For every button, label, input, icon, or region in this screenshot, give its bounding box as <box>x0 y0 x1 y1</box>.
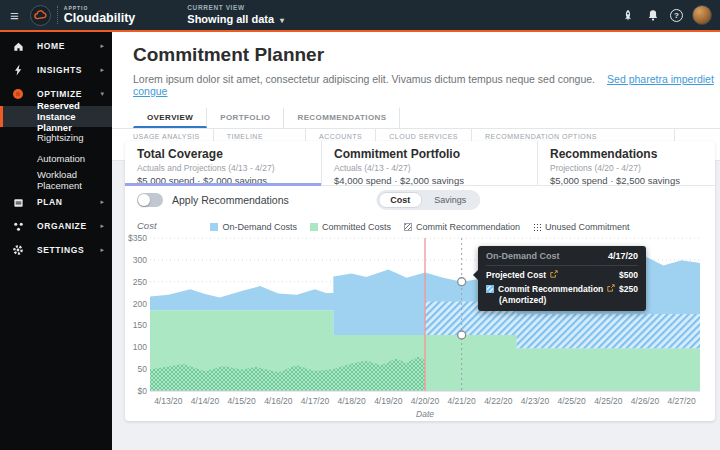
svg-text:4/19/20: 4/19/20 <box>374 396 403 406</box>
tooltip-row-sublabel: (Amortized) <box>486 295 638 305</box>
chevron-right-icon: ▸ <box>100 198 104 206</box>
sidebar-item-insights[interactable]: INSIGHTS ▸ <box>0 58 112 82</box>
page-header: Commitment Planner Lorem ipsum dolor sit… <box>112 32 720 128</box>
chevron-right-icon: ▸ <box>100 42 104 50</box>
chevron-down-icon: ▾ <box>100 90 104 98</box>
sidebar-item-organize[interactable]: ORGANIZE ▸ <box>0 214 112 238</box>
hover-handle <box>458 331 466 339</box>
tooltip-row-label: Commit Recommendation <box>498 284 603 294</box>
sidebar-item-automation[interactable]: Automation <box>0 148 112 169</box>
legend-item[interactable]: Committed Costs <box>310 222 391 232</box>
hover-handle <box>458 278 466 286</box>
cloudability-logo <box>30 5 51 26</box>
help-icon[interactable]: ? <box>670 9 683 22</box>
legend-item[interactable]: On-Demand Costs <box>210 222 297 232</box>
card-total-coverage[interactable]: Total Coverage Actuals and Projections (… <box>125 141 322 185</box>
chevron-down-icon: ▾ <box>280 16 284 25</box>
apply-recommendations-toggle[interactable] <box>137 193 163 207</box>
top-bar: ≡ APPTIO Cloudability CURRENT VIEW Showi… <box>0 0 720 30</box>
svg-text:150: 150 <box>133 320 147 330</box>
cost-view-button[interactable]: Cost <box>378 192 422 208</box>
chart-legend: On-Demand CostsCommitted CostsCommit Rec… <box>210 222 629 232</box>
svg-text:4/15/20: 4/15/20 <box>227 396 256 406</box>
tooltip-row-value: $500 <box>619 270 638 280</box>
chart-area: $35030025020015010050$04/13/204/14/204/1… <box>125 233 715 421</box>
svg-text:4/16/20: 4/16/20 <box>264 396 293 406</box>
optimize-icon <box>12 88 24 100</box>
tab-recommendations[interactable]: RECOMMENDATIONS <box>284 107 400 128</box>
current-view-dropdown[interactable]: CURRENT VIEW Showing all data▾ <box>187 5 284 25</box>
svg-text:4/14/20: 4/14/20 <box>191 396 220 406</box>
sidebar-item-optimize[interactable]: OPTIMIZE ▾ <box>0 82 112 106</box>
gear-icon <box>12 244 24 256</box>
external-link-icon[interactable] <box>607 284 615 294</box>
legend-item[interactable]: Commit Recommendation <box>404 222 520 232</box>
apply-recommendations-label: Apply Recommendations <box>172 194 289 206</box>
solid-green-swatch-icon <box>310 223 318 231</box>
svg-text:50: 50 <box>138 364 148 374</box>
svg-text:4/18/20: 4/18/20 <box>337 396 366 406</box>
tooltip-title: On-Demand Cost <box>486 251 560 261</box>
cloud-icon <box>34 6 47 24</box>
legend-item[interactable]: Unused Commitment <box>533 222 630 232</box>
savings-view-button[interactable]: Savings <box>422 192 478 208</box>
svg-text:4/17/20: 4/17/20 <box>301 396 330 406</box>
hamburger-icon[interactable]: ≡ <box>10 8 19 23</box>
solid-blue-swatch-icon <box>210 223 218 231</box>
tab-overview[interactable]: OVERVIEW <box>133 107 207 128</box>
y-axis-title: Cost <box>137 220 157 231</box>
sidebar-item-plan[interactable]: PLAN ▸ <box>0 190 112 214</box>
page-title: Commitment Planner <box>133 44 720 66</box>
tab-portfolio[interactable]: PORTFOLIO <box>207 107 284 128</box>
current-view-value: Showing all data▾ <box>187 14 284 25</box>
rocket-icon[interactable] <box>620 7 636 23</box>
sidebar: HOME ▸ INSIGHTS ▸ OPTIMIZE ▾ Reserved In… <box>0 32 112 450</box>
sidebar-item-home[interactable]: HOME ▸ <box>0 34 112 58</box>
dots-swatch-icon <box>533 223 541 231</box>
chevron-right-icon: ▸ <box>100 222 104 230</box>
svg-text:100: 100 <box>133 342 147 352</box>
tabs: OVERVIEW PORTFOLIO RECOMMENDATIONS <box>133 107 720 128</box>
hatch-swatch-icon <box>486 285 494 293</box>
tooltip-row-value: $250 <box>619 284 638 294</box>
tooltip-row-label: Projected Cost <box>486 270 546 280</box>
card-recommendations[interactable]: Recommendations Projections (4/20 - 4/27… <box>538 141 715 185</box>
avatar[interactable] <box>692 5 712 25</box>
cost-savings-segmented-control: Cost Savings <box>376 190 480 210</box>
bell-icon[interactable] <box>645 7 661 23</box>
sidebar-item-reserved-instance-planner[interactable]: Reserved Instance Planner <box>0 106 112 127</box>
chart-controls: Apply Recommendations Cost Savings <box>125 186 715 214</box>
svg-text:4/21/20: 4/21/20 <box>447 396 476 406</box>
current-view-label: CURRENT VIEW <box>187 5 284 12</box>
sidebar-item-workload-placement[interactable]: Workload Placement <box>0 169 112 190</box>
brand: APPTIO Cloudability <box>64 6 136 25</box>
external-link-icon[interactable] <box>550 270 558 280</box>
svg-text:$350: $350 <box>128 233 147 243</box>
chevron-right-icon: ▸ <box>100 66 104 74</box>
svg-text:4/25/20: 4/25/20 <box>557 396 586 406</box>
svg-text:300: 300 <box>133 255 147 265</box>
svg-text:4/27/20: 4/27/20 <box>667 396 696 406</box>
card-commitment-portfolio[interactable]: Commitment Portfolio Actuals (4/13 - 4/2… <box>322 141 538 185</box>
hatch-swatch-icon <box>404 223 412 231</box>
summary-cards: Total Coverage Actuals and Projections (… <box>125 141 715 186</box>
lightning-icon <box>12 64 24 76</box>
svg-text:4/25/20: 4/25/20 <box>594 396 623 406</box>
svg-text:4/23/20: 4/23/20 <box>521 396 550 406</box>
page-subtitle: Lorem ipsum dolor sit amet, consectetur … <box>133 73 595 85</box>
sidebar-item-settings[interactable]: SETTINGS ▸ <box>0 238 112 262</box>
logo-divider <box>57 6 58 24</box>
svg-text:4/20/20: 4/20/20 <box>411 396 440 406</box>
main-content: Commitment Planner Lorem ipsum dolor sit… <box>112 32 720 450</box>
brand-apptio: APPTIO <box>64 6 136 11</box>
overview-panel: Total Coverage Actuals and Projections (… <box>125 141 715 421</box>
tooltip-arrow <box>473 270 478 280</box>
svg-text:200: 200 <box>133 299 147 309</box>
svg-text:4/13/20: 4/13/20 <box>154 396 183 406</box>
chart-tooltip: On-Demand Cost 4/17/20 Projected Cost $5… <box>478 246 646 311</box>
legend-row: Cost On-Demand CostsCommitted CostsCommi… <box>125 214 715 233</box>
home-icon <box>12 40 24 52</box>
svg-text:250: 250 <box>133 277 147 287</box>
chevron-right-icon: ▸ <box>100 246 104 254</box>
svg-text:$0: $0 <box>138 386 148 396</box>
